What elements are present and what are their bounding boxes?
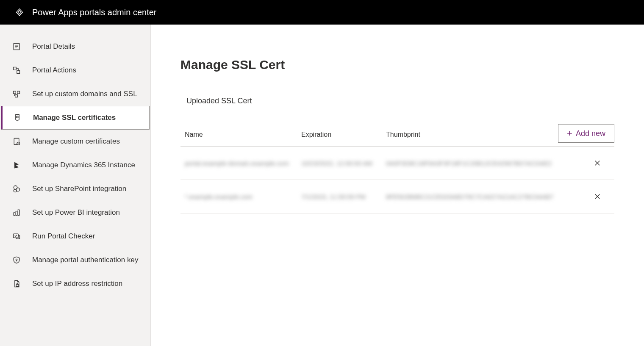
- sidebar-item-auth-key[interactable]: Manage portal authentication key: [0, 248, 150, 272]
- ip-restrict-icon: [12, 279, 21, 288]
- svg-rect-20: [18, 210, 19, 215]
- dynamics-icon: [12, 161, 21, 170]
- column-header-name: Name: [185, 131, 301, 138]
- delete-row-button[interactable]: [591, 157, 604, 169]
- add-new-label: Add new: [576, 129, 605, 138]
- actions-icon: [12, 66, 21, 75]
- auth-key-icon: [12, 255, 21, 265]
- sidebar: Portal Details Portal Actions Set up cus…: [0, 25, 151, 346]
- cell-expiration: 10/23/2022, 12:00:00 AM: [301, 160, 386, 167]
- sharepoint-icon: [12, 184, 21, 194]
- close-icon: [594, 193, 601, 200]
- sidebar-item-powerbi[interactable]: Set up Power BI integration: [0, 201, 150, 224]
- svg-rect-24: [16, 285, 19, 287]
- custom-cert-icon: Q: [12, 137, 21, 146]
- sidebar-item-label: Manage custom certificates: [32, 137, 120, 147]
- sidebar-item-label: Manage Dynamics 365 Instance: [32, 161, 135, 170]
- svg-point-11: [17, 116, 18, 118]
- page-title: Manage SSL Cert: [180, 58, 614, 72]
- sidebar-item-label: Run Portal Checker: [32, 232, 95, 241]
- svg-rect-8: [15, 95, 18, 97]
- sidebar-item-label: Set up SharePoint integration: [32, 184, 126, 194]
- sidebar-item-label: Manage portal authentication key: [32, 255, 138, 265]
- close-icon: [594, 159, 601, 167]
- plus-icon: +: [567, 129, 572, 138]
- add-new-button[interactable]: + Add new: [558, 124, 614, 143]
- app-title: Power Apps portals admin center: [32, 8, 157, 17]
- svg-rect-18: [14, 213, 15, 216]
- sidebar-item-custom-certs[interactable]: Q Manage custom certificates: [0, 130, 150, 153]
- sidebar-item-manage-ssl[interactable]: Manage SSL certificates: [1, 106, 150, 130]
- sidebar-item-label: Portal Actions: [32, 66, 76, 75]
- column-header-expiration: Expiration: [301, 131, 386, 138]
- section-title: Uploaded SSL Cert: [186, 97, 614, 105]
- cell-name: *.example.example.com: [185, 193, 301, 200]
- sidebar-item-portal-details[interactable]: Portal Details: [0, 35, 150, 58]
- checker-icon: [12, 232, 21, 241]
- ssl-cert-icon: [13, 113, 22, 122]
- sidebar-item-sharepoint[interactable]: Set up SharePoint integration: [0, 177, 150, 201]
- svg-point-22: [16, 259, 17, 260]
- svg-rect-4: [14, 67, 17, 70]
- sidebar-item-custom-domains[interactable]: Set up custom domains and SSL: [0, 82, 150, 106]
- cell-thumbprint: 8FE502B6BC21CE020A8D79C7CA027A21AC27BC04…: [386, 193, 585, 200]
- cell-name: portal.example-domain.example.com: [185, 160, 301, 167]
- app-header: Power Apps portals admin center: [0, 0, 644, 25]
- sidebar-item-label: Portal Details: [32, 42, 75, 52]
- cell-thumbprint: 0A0F3D8C18F9A3F3F18F1C20B12CE42967B07ACD…: [386, 160, 585, 167]
- sidebar-item-dynamics[interactable]: Manage Dynamics 365 Instance: [0, 153, 150, 177]
- sidebar-item-label: Set up IP address restriction: [32, 279, 122, 289]
- column-header-thumbprint: Thumbprint: [386, 131, 585, 138]
- details-icon: [12, 42, 21, 51]
- ssl-cert-table: Name Expiration Thumbprint + Add new por…: [180, 131, 614, 213]
- sidebar-item-portal-actions[interactable]: Portal Actions: [0, 58, 150, 82]
- main-content: Manage SSL Cert Uploaded SSL Cert Name E…: [151, 25, 644, 346]
- table-header-row: Name Expiration Thumbprint + Add new: [180, 131, 614, 147]
- svg-rect-7: [17, 91, 20, 94]
- cell-expiration: 7/1/2023, 11:59:59 PM: [301, 193, 386, 200]
- svg-text:Q: Q: [17, 143, 19, 145]
- table-row: *.example.example.com 7/1/2023, 11:59:59…: [180, 180, 614, 213]
- svg-rect-5: [17, 71, 20, 74]
- sidebar-item-label: Set up custom domains and SSL: [32, 89, 137, 99]
- powerbi-icon: [12, 208, 21, 217]
- sidebar-item-ip-restriction[interactable]: Set up IP address restriction: [0, 272, 150, 296]
- sidebar-item-label: Set up Power BI integration: [32, 208, 120, 218]
- sidebar-item-portal-checker[interactable]: Run Portal Checker: [0, 224, 150, 248]
- domains-icon: [12, 89, 21, 99]
- svg-rect-6: [14, 91, 16, 94]
- power-apps-icon: [14, 7, 25, 17]
- sidebar-item-label: Manage SSL certificates: [33, 113, 116, 123]
- svg-rect-19: [16, 211, 17, 216]
- svg-point-17: [14, 189, 17, 192]
- delete-row-button[interactable]: [591, 190, 604, 203]
- table-row: portal.example-domain.example.com 10/23/…: [180, 147, 614, 180]
